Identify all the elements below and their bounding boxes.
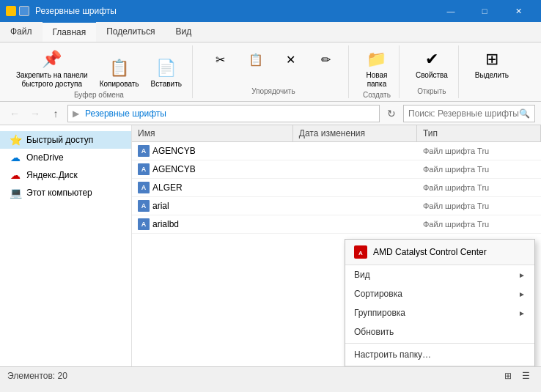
view-arrow: ► <box>518 271 526 279</box>
ribbon-content: 📌 Закрепить на панелибыстрого доступа 📋 … <box>0 42 541 101</box>
pin-button[interactable]: 📌 Закрепить на панелибыстрого доступа <box>12 45 92 91</box>
breadcrumb[interactable]: ▶ Резервные шрифты <box>67 105 380 122</box>
select-button[interactable]: ⊞ Выделить <box>471 45 513 82</box>
onedrive-label: OneDrive <box>26 152 64 163</box>
back-button[interactable]: ← <box>6 105 23 122</box>
file-name: arialbd <box>152 219 179 229</box>
this-pc-icon: 💻 <box>9 187 22 199</box>
tab-share[interactable]: Поделиться <box>96 22 165 42</box>
window-controls: — □ ✕ <box>434 0 535 22</box>
view-label: Вид <box>354 270 370 280</box>
file-icon: A <box>138 218 150 230</box>
ribbon-group-clipboard: 📌 Закрепить на панелибыстрого доступа 📋 … <box>6 45 193 98</box>
file-date <box>293 204 417 207</box>
copy2-button[interactable]: 📋 <box>240 45 272 73</box>
clipboard-buttons: 📌 Закрепить на панелибыстрого доступа 📋 … <box>12 45 186 91</box>
col-date[interactable]: Дата изменения <box>293 125 417 141</box>
tab-home[interactable]: Главная <box>43 21 97 42</box>
context-menu-refresh[interactable]: Обновить <box>345 322 534 341</box>
properties-toolbar-button[interactable]: ✔ Свойства <box>411 45 452 82</box>
file-date <box>293 168 417 171</box>
delete-button[interactable]: ✕ <box>275 45 307 73</box>
quick-access-icon: ⭐ <box>9 134 22 146</box>
main-area: ⭐ Быстрый доступ ☁ OneDrive ☁ Яндекс.Дис… <box>0 125 541 366</box>
rename-button[interactable]: ✏ <box>310 45 342 73</box>
file-name: AGENCYB <box>152 146 196 156</box>
properties-label: Свойства <box>416 71 448 80</box>
statusbar-view-controls: ⊞ ☰ <box>500 369 534 382</box>
file-name: arial <box>152 201 169 211</box>
yandex-icon: ☁ <box>9 169 22 181</box>
ribbon: Файл Главная Поделиться Вид 📌 Закрепить … <box>0 22 541 102</box>
forward-button[interactable]: → <box>26 105 44 122</box>
search-box[interactable]: 🔍 <box>403 105 535 122</box>
file-type: Файл шрифта Tru <box>417 200 541 212</box>
sidebar-item-this-pc[interactable]: 💻 Этот компьютер <box>0 184 131 201</box>
delete-icon: ✕ <box>279 48 303 71</box>
organize-group-label: Упорядочить <box>251 87 295 95</box>
file-icon: A <box>138 145 150 157</box>
context-menu-header-text: AMD Catalyst Control Center <box>373 247 487 257</box>
yandex-label: Яндекс.Диск <box>26 170 78 180</box>
file-type: Файл шрифта Tru <box>417 182 541 193</box>
context-menu-customize[interactable]: Настроить папку… <box>345 345 534 364</box>
close-button[interactable]: ✕ <box>501 0 535 22</box>
search-icon: 🔍 <box>519 108 530 119</box>
context-menu-group[interactable]: Группировка ► <box>345 303 534 322</box>
list-view-button[interactable]: ☰ <box>518 369 534 382</box>
up-button[interactable]: ↑ <box>47 105 65 122</box>
large-icons-button[interactable]: ⊞ <box>500 369 516 382</box>
file-type: Файл шрифта Tru <box>417 218 541 230</box>
cut-icon: ✂ <box>209 48 232 71</box>
paste-button[interactable]: 📄 Вставить <box>147 54 186 91</box>
window-title: Резервные шрифты <box>35 6 434 16</box>
tab-file[interactable]: Файл <box>0 22 43 42</box>
addressbar: ← → ↑ ▶ Резервные шрифты ↻ 🔍 <box>0 102 541 125</box>
sidebar-item-onedrive[interactable]: ☁ OneDrive <box>0 149 131 166</box>
file-name-cell: A arialbd <box>132 217 293 232</box>
organize-buttons: ✂ 📋 ✕ ✏ <box>205 45 342 73</box>
maximize-button[interactable]: □ <box>468 0 501 22</box>
new-folder-button[interactable]: 📁 Новаяпапка <box>361 45 393 91</box>
table-row[interactable]: A AGENCYB Файл шрифта Tru <box>132 142 541 160</box>
sort-label: Сортировка <box>354 289 402 299</box>
table-row[interactable]: A arialbd Файл шрифта Tru <box>132 215 541 234</box>
table-row[interactable]: A arial Файл шрифта Tru <box>132 197 541 215</box>
refresh-button[interactable]: ↻ <box>383 105 400 122</box>
new-folder-icon: 📁 <box>365 48 389 71</box>
col-type[interactable]: Тип <box>417 125 541 141</box>
sidebar-item-quick-access[interactable]: ⭐ Быстрый доступ <box>0 131 131 149</box>
file-date <box>293 223 417 226</box>
new-folder-label: Новаяпапка <box>366 71 387 89</box>
file-icon: A <box>138 200 150 212</box>
pin-label: Закрепить на панелибыстрого доступа <box>16 71 88 89</box>
sidebar-item-yandex[interactable]: ☁ Яндекс.Диск <box>0 166 131 184</box>
context-menu-sort[interactable]: Сортировка ► <box>345 284 534 303</box>
new-group-label: Создать <box>363 91 391 99</box>
col-name[interactable]: Имя <box>132 125 293 141</box>
customize-label: Настроить папку… <box>354 350 431 360</box>
table-row[interactable]: A AGENCYB Файл шрифта Tru <box>132 160 541 179</box>
context-menu-view[interactable]: Вид ► <box>345 265 534 284</box>
sort-arrow: ► <box>518 290 526 298</box>
context-menu: A AMD Catalyst Control Center Вид ► Сорт… <box>345 239 535 366</box>
cut-button[interactable]: ✂ <box>205 45 237 73</box>
ctx-sep-1 <box>345 343 534 344</box>
minimize-button[interactable]: — <box>434 0 468 22</box>
file-type: Файл шрифта Tru <box>417 163 541 175</box>
table-row[interactable]: A ALGER Файл шрифта Tru <box>132 179 541 197</box>
ribbon-group-new: 📁 Новаяпапка Создать <box>355 45 400 98</box>
titlebar: Резервные шрифты — □ ✕ <box>0 0 541 22</box>
filelist: Имя Дата изменения Тип A AGENCYB Файл шр… <box>132 125 541 366</box>
clipboard-group-label: Буфер обмена <box>74 91 124 99</box>
properties-icon: ✔ <box>420 48 444 71</box>
file-date <box>293 186 417 189</box>
select-buttons: ⊞ Выделить <box>471 45 513 82</box>
titlebar-window-icons <box>6 6 29 16</box>
amd-catalyst-icon: A <box>354 245 367 259</box>
search-input[interactable] <box>408 108 519 119</box>
file-name-cell: A arial <box>132 199 293 213</box>
copy-button[interactable]: 📋 Копировать <box>95 54 144 91</box>
tab-view[interactable]: Вид <box>165 22 202 42</box>
file-name: AGENCYB <box>152 164 196 174</box>
